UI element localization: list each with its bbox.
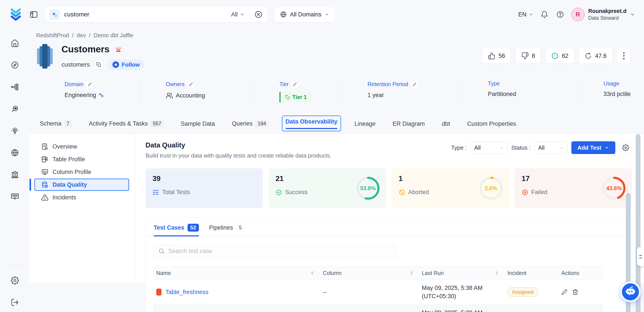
chatbot-button[interactable]: [621, 282, 640, 301]
compass-icon[interactable]: [11, 61, 19, 69]
notifications-bell-icon[interactable]: [540, 10, 549, 19]
tab-lineage[interactable]: Lineage: [351, 118, 379, 131]
divider: [249, 10, 249, 19]
metadata-retention: Retention Period 1 year: [341, 79, 462, 108]
add-test-button[interactable]: Add Test: [571, 141, 615, 154]
help-icon[interactable]: [556, 10, 565, 19]
tab-sample-data[interactable]: Sample Data: [177, 118, 218, 131]
dq-settings-button[interactable]: [619, 141, 632, 154]
glossary-book-icon[interactable]: [11, 192, 19, 201]
user-menu[interactable]: R Rounakpreet.d Data Steward: [571, 8, 635, 21]
upvote-button[interactable]: 56: [482, 48, 511, 64]
column-header-column[interactable]: Column: [320, 270, 419, 276]
edit-tier-button[interactable]: [291, 80, 299, 88]
domain-value-link[interactable]: Engineering: [64, 92, 96, 99]
sort-arrows-icon[interactable]: [410, 271, 413, 275]
sidebar-item-label: Data Quality: [52, 181, 87, 188]
governance-bank-icon[interactable]: [11, 171, 19, 179]
column-cell: --: [320, 309, 419, 312]
slash-circle-icon: [399, 189, 405, 196]
usage-label[interactable]: Usage: [603, 80, 619, 87]
score-button[interactable]: 62: [545, 48, 574, 64]
redshift-icon: [36, 44, 54, 69]
tab-queries[interactable]: Queries184: [228, 117, 272, 131]
retention-label[interactable]: Retention Period: [368, 81, 408, 87]
observability-lens-icon[interactable]: [11, 105, 19, 113]
follow-button[interactable]: ★ Follow: [108, 59, 144, 70]
owners-value[interactable]: Accounting: [176, 92, 205, 99]
breadcrumb-database[interactable]: Demo dbt Jaffle: [94, 32, 134, 39]
web-globe-icon[interactable]: [11, 148, 19, 157]
tab-test-cases[interactable]: Test Cases 52: [154, 224, 199, 236]
total-tests-card: 39 Total Tests: [146, 168, 263, 208]
sort-arrows-icon[interactable]: [311, 271, 314, 275]
downvote-button[interactable]: 8: [515, 48, 541, 64]
asset-technical-name: customers: [62, 61, 90, 68]
test-case-search-input[interactable]: [168, 248, 392, 255]
chevron-down-icon: [324, 12, 329, 17]
breadcrumb-connection[interactable]: RedshiftProd: [36, 32, 69, 39]
chevron-down-icon: [559, 145, 564, 150]
tab-schema[interactable]: Schema7: [36, 117, 76, 131]
sidebar-item-column-profile[interactable]: Column Profile: [34, 166, 129, 178]
sort-arrows-icon[interactable]: [496, 271, 498, 275]
all-domains-dropdown[interactable]: All Domains: [274, 6, 335, 23]
test-case-link[interactable]: Table_freshness: [166, 289, 208, 295]
column-header-last-run[interactable]: Last Run: [419, 270, 504, 276]
breadcrumb-schema[interactable]: dev: [77, 32, 86, 39]
workflow-icon[interactable]: [11, 83, 19, 91]
sidebar-toggle-icon[interactable]: [29, 10, 38, 19]
search-scope-dropdown[interactable]: All: [231, 11, 245, 18]
tab-data-observability[interactable]: Data Observability: [282, 115, 341, 131]
copy-name-button[interactable]: [94, 60, 103, 69]
last-run-value: May 09, 2025, 5:38 AM: [422, 285, 483, 291]
global-search[interactable]: All: [45, 6, 268, 23]
insights-bulb-icon[interactable]: [11, 127, 19, 135]
tab-pipelines[interactable]: Pipelines 5: [209, 224, 245, 236]
domain-label[interactable]: Domain: [64, 81, 83, 87]
column-profile-icon: [41, 168, 48, 176]
home-icon[interactable]: [11, 39, 19, 47]
tab-dbt[interactable]: dbt: [438, 118, 454, 131]
column-header-name[interactable]: Name: [153, 270, 320, 276]
tab-activity-feeds[interactable]: Activity Feeds & Tasks557: [85, 117, 168, 131]
breadcrumb: RedshiftProd / dev / Demo dbt Jaffle: [36, 32, 644, 39]
sidebar-item-table-profile[interactable]: Table Profile: [34, 153, 129, 166]
logout-icon[interactable]: [11, 298, 19, 306]
tab-custom-properties[interactable]: Custom Properties: [464, 118, 520, 131]
tab-count: 184: [255, 120, 268, 127]
announcement-alert-icon[interactable]: [114, 45, 122, 54]
owners-label[interactable]: Owners: [166, 81, 184, 87]
clear-search-icon[interactable]: [254, 10, 263, 19]
edit-domain-button[interactable]: [86, 80, 94, 88]
overview-doc-icon: [41, 143, 48, 150]
chevron-down-icon: [529, 12, 534, 17]
sidebar-item-overview[interactable]: Overview: [34, 140, 129, 153]
type-label[interactable]: Type: [488, 80, 500, 87]
test-case-search[interactable]: [153, 244, 396, 258]
table-row: Row Count Cannot Decrease -- May 09, 202…: [153, 304, 603, 312]
sidebar-item-data-quality[interactable]: Data Quality: [34, 179, 129, 191]
delete-icon[interactable]: [572, 289, 578, 295]
type-filter-select[interactable]: All: [471, 141, 508, 154]
edit-icon[interactable]: [561, 289, 568, 295]
language-value: EN: [518, 11, 526, 18]
status-filter-select[interactable]: All: [534, 141, 568, 154]
edit-retention-button[interactable]: [411, 80, 418, 88]
atlan-logo[interactable]: [9, 8, 23, 22]
more-actions-button[interactable]: [617, 48, 631, 64]
tier-badge: Tier 1: [280, 92, 311, 103]
language-selector[interactable]: EN: [518, 11, 534, 18]
rail-divider: [4, 265, 26, 265]
warning-triangle-icon: [41, 194, 48, 201]
settings-gear-icon[interactable]: [11, 276, 19, 285]
edit-owners-button[interactable]: [187, 80, 194, 88]
tab-er-diagram[interactable]: ER Diagram: [389, 118, 428, 131]
tier-label[interactable]: Tier: [280, 81, 289, 87]
search-input[interactable]: [64, 11, 227, 18]
sidebar-item-incidents[interactable]: Incidents: [34, 191, 129, 204]
side-flap-button[interactable]: [637, 247, 644, 266]
freshness-button[interactable]: 47.6: [578, 48, 612, 64]
section-title: Data Quality: [146, 141, 332, 149]
success-percent: 53.8%: [355, 176, 381, 201]
